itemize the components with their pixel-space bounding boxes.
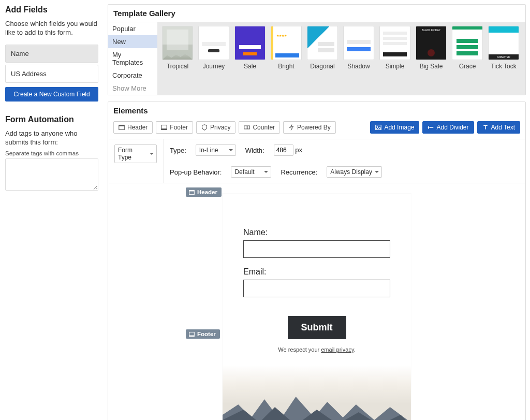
template-item[interactable]: Shadow — [342, 26, 376, 90]
header-tag-label: Header — [197, 189, 217, 195]
popup-behavior-value: Default — [234, 168, 254, 176]
template-item[interactable]: Tropical — [160, 26, 195, 90]
recurrence-select[interactable]: Always Display — [327, 166, 382, 178]
recurrence-label: Recurrence: — [281, 168, 317, 176]
template-name: Diagonal — [305, 63, 340, 70]
template-gallery-nav: PopularNewMy TemplatesCorporateShow More — [108, 22, 157, 95]
tags-hint: Separate tags with commas — [5, 150, 97, 156]
form-footer-image — [223, 365, 411, 420]
sidebar: Add Fields Choose which fields you would… — [0, 0, 104, 420]
divider-icon — [428, 124, 434, 131]
header-button[interactable]: Header — [113, 121, 153, 134]
svg-rect-1 — [119, 125, 125, 126]
template-name: Journey — [197, 63, 231, 70]
gallery-nav-item[interactable]: My Templates — [108, 48, 157, 69]
template-name: Simple — [378, 63, 412, 70]
template-thumb — [163, 26, 193, 60]
gallery-nav-item[interactable]: New — [108, 35, 157, 48]
template-item[interactable]: Diagonal — [305, 26, 340, 90]
template-item[interactable]: Journey — [197, 26, 231, 90]
create-custom-field-button[interactable]: Create a New Custom Field — [5, 87, 98, 102]
privacy-button[interactable]: Privacy — [196, 121, 235, 134]
form-email-input[interactable] — [243, 280, 390, 297]
header-tag[interactable]: Header — [186, 187, 222, 197]
width-unit: px — [295, 146, 302, 154]
form-type-select[interactable]: Form Type — [114, 144, 157, 163]
powered-by-button[interactable]: Powered By — [283, 121, 336, 134]
privacy-link[interactable]: email privacy — [321, 346, 354, 353]
template-item[interactable]: Simple — [378, 26, 412, 90]
privacy-text: We respect your email privacy. — [243, 346, 390, 353]
popup-behavior-select[interactable]: Default — [231, 166, 271, 178]
template-gallery-items: TropicalJourneySaleBrightDiagonalShadowS… — [157, 22, 525, 95]
template-thumb — [452, 26, 482, 60]
gallery-nav-item[interactable]: Show More — [108, 82, 157, 95]
counter-button[interactable]: Counter — [239, 121, 280, 134]
recurrence-value: Always Display — [330, 168, 372, 176]
image-icon — [375, 124, 381, 131]
template-item[interactable]: Tick Tock — [487, 26, 521, 90]
template-thumb — [344, 26, 374, 60]
template-thumb — [380, 26, 410, 60]
form-preview[interactable]: Name: Email: Submit We respect your emai… — [223, 194, 411, 420]
text-icon — [482, 124, 489, 131]
footer-button[interactable]: Footer — [156, 121, 193, 134]
header-icon — [189, 190, 195, 195]
template-item[interactable]: Grace — [450, 26, 484, 90]
template-item[interactable]: Big Sale — [414, 26, 448, 90]
add-fields-title: Add Fields — [5, 5, 97, 15]
bolt-icon — [288, 124, 295, 131]
template-thumb — [199, 26, 229, 60]
form-settings: Form Type Type: In-Line Width: px Pop-up… — [108, 139, 525, 183]
form-name-label: Name: — [243, 228, 390, 237]
elements-title: Elements — [108, 102, 525, 119]
privacy-prefix: We respect your — [278, 346, 321, 353]
form-canvas: Header Footer Name: Email: Submit We res… — [108, 183, 525, 420]
form-submit-button[interactable]: Submit — [288, 316, 346, 339]
svg-rect-3 — [161, 128, 167, 129]
template-thumb — [235, 26, 265, 60]
svg-rect-4 — [244, 126, 250, 129]
form-type-select-label: Form Type — [118, 147, 147, 161]
shield-icon — [201, 124, 208, 131]
svg-rect-15 — [189, 335, 195, 336]
template-item[interactable]: Bright — [269, 26, 303, 90]
gallery-nav-item[interactable]: Popular — [108, 22, 157, 35]
add-fields-help: Choose which fields you would like to ad… — [5, 20, 97, 37]
template-name: Tick Tock — [487, 63, 521, 70]
add-image-button[interactable]: Add Image — [370, 121, 419, 134]
footer-tag[interactable]: Footer — [186, 329, 220, 339]
header-icon — [119, 124, 125, 131]
template-gallery-title: Template Gallery — [108, 5, 525, 22]
tags-input[interactable] — [5, 158, 98, 191]
form-name-input[interactable] — [243, 240, 390, 258]
privacy-suffix: . — [354, 346, 356, 353]
gallery-nav-item[interactable]: Corporate — [108, 69, 157, 82]
type-select[interactable]: In-Line — [196, 144, 236, 156]
main: Template Gallery PopularNewMy TemplatesC… — [104, 0, 530, 420]
template-item[interactable]: Sale — [233, 26, 267, 90]
add-divider-button[interactable]: Add Divider — [422, 121, 474, 134]
popup-behavior-label: Pop-up Behavior: — [170, 168, 222, 176]
svg-rect-13 — [189, 190, 195, 191]
template-thumb — [416, 26, 446, 60]
add-text-button[interactable]: Add Text — [477, 121, 520, 134]
type-select-value: In-Line — [199, 147, 218, 154]
footer-icon — [189, 331, 195, 337]
template-name: Bright — [269, 63, 303, 70]
template-name: Tropical — [160, 63, 195, 70]
width-input[interactable] — [274, 144, 293, 156]
template-thumb — [489, 26, 519, 60]
type-label: Type: — [170, 147, 186, 154]
field-option[interactable]: Name — [5, 45, 98, 63]
elements-panel: Elements HeaderFooterPrivacyCounterPower… — [108, 102, 526, 420]
template-thumb — [307, 26, 337, 60]
footer-icon — [161, 124, 167, 131]
template-name: Sale — [233, 63, 267, 70]
footer-tag-label: Footer — [197, 331, 216, 337]
field-option[interactable]: US Address — [5, 65, 98, 83]
elements-toolbar: HeaderFooterPrivacyCounterPowered ByAdd … — [108, 119, 525, 139]
form-automation-help: Add tags to anyone who submits this form… — [5, 129, 97, 147]
counter-icon — [244, 124, 250, 131]
template-name: Big Sale — [414, 63, 448, 70]
